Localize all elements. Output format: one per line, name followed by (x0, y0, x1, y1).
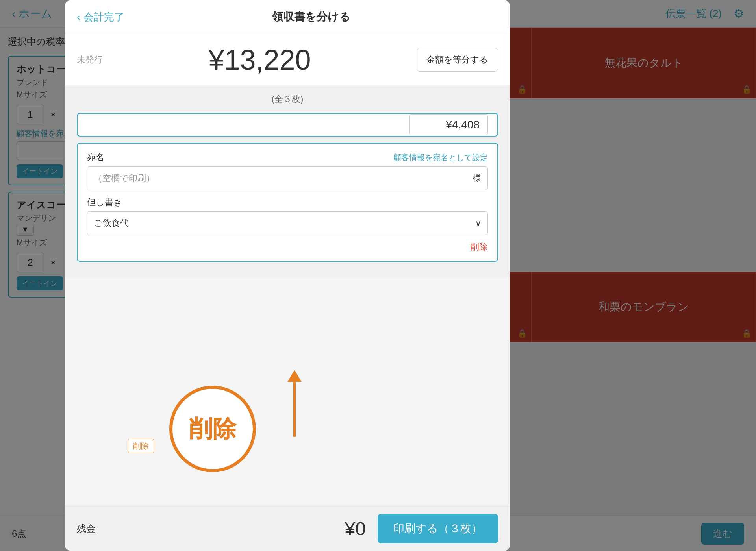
modal-back-btn[interactable]: ‹ 会計完了 (77, 10, 124, 24)
recipient-input[interactable]: （空欄で印刷） 様 (87, 166, 488, 190)
balance-label: 残金 (77, 522, 96, 535)
modal: ‹ 会計完了 領収書を分ける 未発行 ¥13,220 金額を等分する (全３枚)… (65, 0, 510, 551)
total-amount: ¥13,220 (103, 44, 417, 76)
modal-header: ‹ 会計完了 領収書を分ける (65, 0, 510, 34)
modal-title: 領収書を分ける (124, 9, 498, 24)
cards-count: (全３枚) (77, 93, 498, 105)
receipt-amount: ¥4,408 (409, 114, 488, 135)
note-label: 但し書き (87, 196, 122, 208)
arrow-head-icon (287, 370, 302, 382)
chevron-down-icon: ∨ (475, 218, 481, 228)
delete-btn-annotated[interactable]: 削除 (128, 439, 154, 453)
recipient-field: 宛名 顧客情報を宛名として設定 （空欄で印刷） 様 (87, 152, 488, 190)
receipt-card-main: 宛名 顧客情報を宛名として設定 （空欄で印刷） 様 但し書き ご飲食代 (77, 143, 498, 262)
equal-split-btn[interactable]: 金額を等分する (417, 48, 498, 72)
modal-overlay: ‹ 会計完了 領収書を分ける 未発行 ¥13,220 金額を等分する (全３枚)… (0, 0, 756, 551)
recipient-label: 宛名 (87, 152, 104, 163)
note-field: 但し書き ご飲食代 ∨ (87, 196, 488, 235)
customer-set-link[interactable]: 顧客情報を宛名として設定 (393, 152, 488, 163)
balance-amount: ¥0 (345, 518, 366, 540)
arrow-line (293, 382, 296, 437)
modal-footer: 残金 ¥0 印刷する（３枚） (65, 506, 510, 551)
receipt-card-top: ¥4,408 (77, 113, 498, 137)
delete-link[interactable]: 削除 (87, 241, 488, 253)
annotation-text: 削除 (189, 413, 236, 445)
amount-section: 未発行 ¥13,220 金額を等分する (65, 34, 510, 85)
delete-small-btn[interactable]: 削除 (128, 439, 154, 453)
note-value: ご飲食代 (94, 217, 129, 229)
cards-section: (全３枚) ¥4,408 宛名 顧客情報を宛名として設定 （空欄で印刷） 様 (65, 85, 510, 277)
recipient-placeholder: （空欄で印刷） (94, 172, 155, 184)
print-btn[interactable]: 印刷する（３枚） (378, 514, 498, 543)
annotation-circle: 削除 (169, 386, 256, 472)
note-select[interactable]: ご飲食代 ∨ (87, 211, 488, 235)
annotation-arrow (287, 370, 302, 437)
status-label: 未発行 (77, 54, 103, 66)
sama-label: 様 (472, 172, 481, 184)
